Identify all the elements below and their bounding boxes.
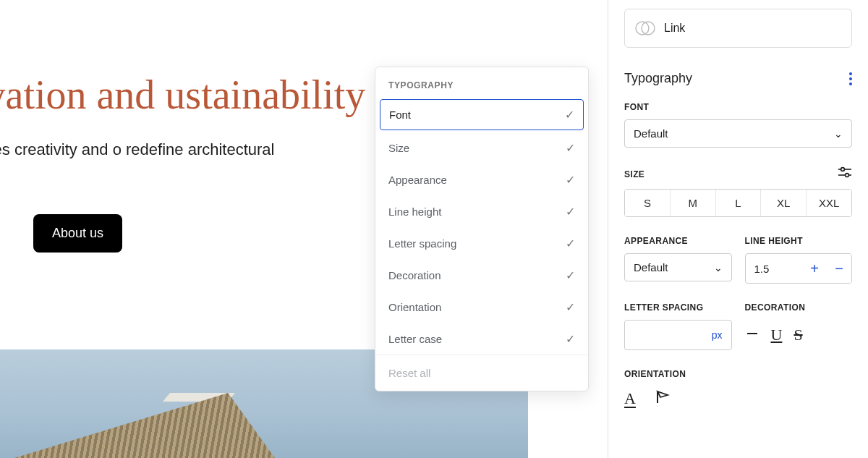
svg-point-0 [636, 22, 649, 35]
typography-option-line-height[interactable]: Line height✓ [375, 195, 588, 227]
typography-options-popover: TYPOGRAPHY Font✓Size✓Appearance✓Line hei… [375, 67, 589, 391]
typography-option-size[interactable]: Size✓ [375, 132, 588, 164]
typography-panel-title: Typography [624, 71, 692, 86]
check-icon: ✓ [566, 268, 575, 282]
size-settings-icon[interactable] [838, 166, 852, 182]
roof-shape [14, 393, 275, 458]
check-icon: ✓ [566, 300, 575, 314]
popover-items: Font✓Size✓Appearance✓Line height✓Letter … [375, 99, 588, 355]
size-label: SIZE [624, 169, 644, 179]
svg-marker-8 [658, 391, 668, 397]
typography-panel-more-button[interactable] [849, 72, 852, 85]
decoration-underline-button[interactable]: U [771, 326, 783, 344]
font-select[interactable]: Default ⌄ [624, 119, 852, 148]
link-color-card[interactable]: Link [624, 9, 852, 48]
line-height-value: 1.5 [746, 255, 803, 282]
appearance-label: APPEARANCE [624, 236, 732, 246]
hero-heading: ent to innovation and ustainability [0, 69, 376, 120]
check-icon: ✓ [566, 237, 575, 250]
orientation-label: ORIENTATION [624, 369, 852, 379]
line-height-decrement[interactable]: − [827, 254, 851, 283]
letter-spacing-field: LETTER SPACING px [624, 302, 732, 350]
about-us-button[interactable]: About us [33, 214, 122, 253]
svg-point-3 [841, 168, 845, 171]
decoration-strikethrough-button[interactable]: S [793, 326, 802, 344]
link-card-label: Link [664, 22, 685, 35]
typography-option-appearance[interactable]: Appearance✓ [375, 164, 588, 195]
size-segmented-control: SMLXLXXL [624, 189, 852, 217]
option-label: Decoration [388, 269, 441, 281]
typography-option-decoration[interactable]: Decoration✓ [375, 259, 588, 291]
line-height-stepper[interactable]: 1.5 + − [745, 253, 853, 284]
line-height-field: LINE HEIGHT 1.5 + − [745, 236, 853, 284]
decoration-label: DECORATION [745, 302, 853, 313]
check-icon: ✓ [566, 173, 575, 187]
typography-option-orientation[interactable]: Orientation✓ [375, 291, 588, 323]
orientation-horizontal-button[interactable]: A [624, 389, 636, 409]
decoration-none-button[interactable] [745, 326, 760, 344]
orientation-vertical-button[interactable] [655, 389, 671, 409]
svg-point-5 [846, 174, 849, 177]
chevron-down-icon: ⌄ [834, 128, 843, 140]
reset-all-button[interactable]: Reset all [375, 355, 588, 391]
check-icon: ✓ [566, 205, 575, 219]
size-option-xxl[interactable]: XXL [806, 190, 851, 216]
font-field: FONT Default ⌄ [624, 102, 852, 148]
option-label: Appearance [388, 174, 447, 186]
typography-option-font[interactable]: Font✓ [380, 99, 584, 130]
option-label: Size [388, 142, 409, 154]
block-settings-sidebar: Link Typography FONT Default ⌄ SIZE [608, 0, 868, 458]
option-label: Letter spacing [388, 237, 456, 250]
option-label: Line height [388, 205, 441, 218]
font-select-value: Default [634, 127, 668, 140]
empty-swatch-icon [635, 18, 655, 38]
check-icon: ✓ [566, 141, 575, 155]
font-label: FONT [624, 102, 852, 112]
option-label: Orientation [388, 301, 441, 313]
orientation-field: ORIENTATION A [624, 369, 852, 409]
letter-spacing-input[interactable]: px [624, 320, 732, 350]
letter-spacing-label: LETTER SPACING [624, 302, 732, 313]
size-option-s[interactable]: S [625, 190, 670, 216]
appearance-field: APPEARANCE Default ⌄ [624, 236, 732, 284]
chevron-down-icon: ⌄ [714, 262, 723, 273]
size-field: SIZE SMLXLXXL [624, 166, 852, 217]
letter-spacing-unit: px [712, 329, 723, 341]
check-icon: ✓ [565, 108, 574, 122]
editor-canvas: ent to innovation and ustainability firm… [0, 0, 608, 458]
check-icon: ✓ [566, 332, 575, 346]
svg-point-1 [642, 22, 655, 35]
option-label: Letter case [388, 333, 442, 345]
hero-subtext: firm that seamlessly merges creativity a… [0, 137, 318, 185]
size-option-m[interactable]: M [670, 190, 715, 216]
decoration-field: DECORATION U S [745, 302, 853, 350]
size-option-l[interactable]: L [715, 190, 761, 216]
appearance-value: Default [634, 261, 668, 273]
appearance-select[interactable]: Default ⌄ [624, 253, 732, 281]
size-option-xl[interactable]: XL [760, 190, 806, 216]
line-height-increment[interactable]: + [802, 254, 827, 283]
line-height-label: LINE HEIGHT [745, 236, 853, 246]
popover-header: TYPOGRAPHY [375, 67, 588, 98]
option-label: Font [389, 109, 411, 121]
typography-option-letter-case[interactable]: Letter case✓ [375, 323, 588, 355]
typography-option-letter-spacing[interactable]: Letter spacing✓ [375, 227, 588, 259]
